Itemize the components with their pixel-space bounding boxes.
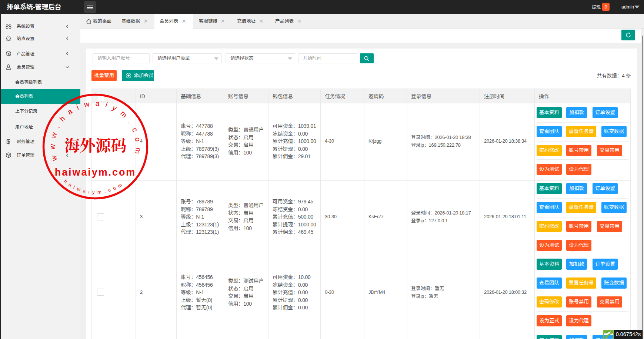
svg-text:海外源码: 海外源码 — [64, 133, 126, 156]
svg-text:haiwaiym.com: haiwaiym.com — [55, 167, 136, 178]
